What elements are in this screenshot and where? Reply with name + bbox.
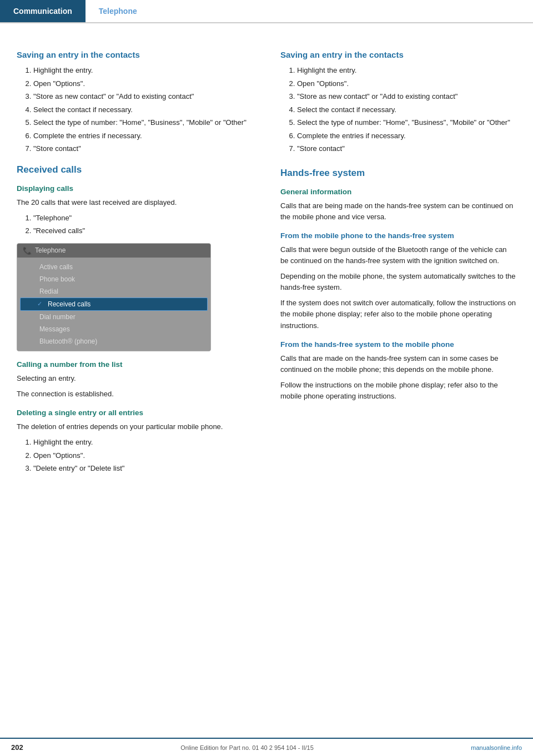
list-item: Select the type of number: "Home", "Busi…: [33, 117, 253, 128]
list-item: Select the contact if necessary.: [33, 104, 253, 115]
right-saving-steps: Highlight the entry. Open "Options". "St…: [280, 65, 516, 154]
main-content: Saving an entry in the contacts Highligh…: [0, 23, 533, 513]
list-item: "Store contact": [33, 143, 253, 154]
phone-menu-active-calls: Active calls: [17, 261, 210, 273]
displaying-calls-heading: Displaying calls: [17, 184, 253, 193]
tab-communication[interactable]: Communication: [0, 0, 86, 22]
phone-icon: 📞: [23, 246, 32, 255]
general-info-text: Calls that are being made on the hands-f…: [280, 200, 516, 223]
phone-ui-body: Active calls Phone book Redial ✓ Receive…: [17, 258, 210, 351]
phone-menu-bluetooth: Bluetooth® (phone): [17, 335, 210, 347]
phone-menu-phone-book: Phone book: [17, 273, 210, 285]
list-item: "Delete entry" or "Delete list": [33, 463, 253, 474]
left-saving-heading: Saving an entry in the contacts: [17, 50, 253, 59]
list-item: Highlight the entry.: [33, 437, 253, 448]
left-column: Saving an entry in the contacts Highligh…: [11, 40, 258, 480]
list-item: Complete the entries if necessary.: [297, 130, 516, 142]
list-item: Open "Options".: [33, 450, 253, 461]
left-saving-steps: Highlight the entry. Open "Options". "St…: [17, 65, 253, 154]
list-item: Complete the entries if necessary.: [33, 130, 253, 142]
hands-to-mobile-heading: From the hands-free system to the mobile…: [280, 340, 516, 349]
right-column: Saving an entry in the contacts Highligh…: [275, 40, 522, 480]
deleting-steps: Highlight the entry. Open "Options". "De…: [17, 437, 253, 474]
hands-free-heading: Hands-free system: [280, 168, 516, 179]
general-info-heading: General information: [280, 188, 516, 196]
mobile-to-hands-text1: Calls that were begun outside of the Blu…: [280, 244, 516, 266]
mobile-to-hands-text3: If the system does not switch over autom…: [280, 298, 516, 331]
footer: 202 Online Edition for Part no. 01 40 2 …: [0, 738, 533, 756]
list-item: Select the type of number: "Home", "Busi…: [297, 117, 516, 128]
list-item: "Store as new contact" or "Add to existi…: [297, 91, 516, 102]
hands-to-mobile-text2: Follow the instructions on the mobile ph…: [280, 380, 516, 402]
list-item: Open "Options".: [297, 78, 516, 89]
tab-telephone[interactable]: Telephone: [86, 0, 150, 22]
hands-to-mobile-text1: Calls that are made on the hands-free sy…: [280, 353, 516, 375]
list-item: "Telephone": [33, 213, 253, 224]
list-item: "Store as new contact" or "Add to existi…: [33, 91, 253, 102]
list-item: "Received calls": [33, 225, 253, 236]
footer-center-text: Online Edition for Part no. 01 40 2 954 …: [180, 744, 314, 751]
displaying-calls-text: The 20 calls that were last received are…: [17, 197, 253, 208]
phone-ui-screenshot: 📞 Telephone Active calls Phone book Redi…: [17, 243, 211, 351]
calling-heading: Calling a number from the list: [17, 360, 253, 369]
phone-menu-dial-number: Dial number: [17, 311, 210, 323]
right-saving-heading: Saving an entry in the contacts: [280, 50, 516, 59]
phone-ui-header: 📞 Telephone: [17, 244, 210, 258]
displaying-steps: "Telephone" "Received calls": [17, 213, 253, 236]
phone-menu-redial: Redial: [17, 285, 210, 298]
phone-menu-received-calls: ✓ Received calls: [20, 298, 208, 311]
page-number: 202: [11, 743, 23, 752]
calling-text1: Selecting an entry.: [17, 373, 253, 384]
phone-menu-messages: Messages: [17, 323, 210, 335]
list-item: Highlight the entry.: [297, 65, 516, 76]
deleting-text: The deletion of entries depends on your …: [17, 421, 253, 432]
top-navigation: Communication Telephone: [0, 0, 533, 23]
received-calls-heading: Received calls: [17, 164, 253, 175]
list-item: Open "Options".: [33, 78, 253, 89]
deleting-heading: Deleting a single entry or all entries: [17, 409, 253, 417]
check-icon: ✓: [37, 300, 42, 308]
list-item: Highlight the entry.: [33, 65, 253, 76]
list-item: "Store contact": [297, 143, 516, 154]
phone-ui-title: Telephone: [35, 246, 66, 254]
mobile-to-hands-heading: From the mobile phone to the hands-free …: [280, 231, 516, 240]
footer-logo: manualsonline.info: [471, 744, 522, 751]
list-item: Select the contact if necessary.: [297, 104, 516, 115]
calling-text2: The connection is established.: [17, 389, 253, 400]
mobile-to-hands-text2: Depending on the mobile phone, the syste…: [280, 271, 516, 293]
